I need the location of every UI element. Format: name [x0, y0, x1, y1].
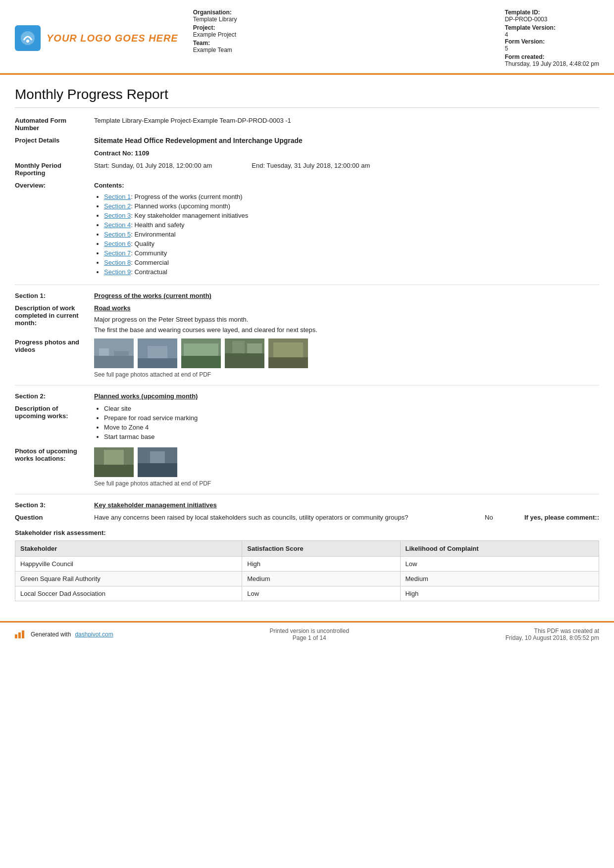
list-item: Section 9: Contractual [104, 268, 599, 276]
svg-rect-21 [104, 450, 124, 465]
svg-rect-20 [94, 465, 134, 477]
desc-work-label: Description of work completed in current… [15, 304, 94, 334]
section8-link[interactable]: Section 8 [104, 259, 131, 266]
list-item: Start tarmac base [104, 433, 599, 440]
section2-heading: Planned works (upcoming month) [94, 392, 198, 400]
list-item: Section 4: Health and safety [104, 221, 599, 229]
list-item: Section 8: Commercial [104, 259, 599, 266]
satisfaction-score: Low [242, 586, 400, 601]
form-number-label: Automated Form Number [15, 117, 94, 132]
list-item: Section 3: Key stakeholder management in… [104, 212, 599, 219]
contents-heading: Contents: [94, 182, 599, 189]
footer-brand-link[interactable]: dashpivot.com [75, 631, 113, 638]
svg-rect-17 [268, 357, 308, 368]
stakeholder-name: Local Soccer Dad Association [15, 586, 242, 601]
footer-center: Printed version is uncontrolled Page 1 o… [269, 627, 349, 641]
upcoming-value: Clear site Prepare for road service mark… [94, 405, 599, 442]
section9-link[interactable]: Section 9 [104, 268, 131, 276]
list-item: Move to Zone 4 [104, 424, 599, 431]
section6-text: : Quality [131, 240, 154, 247]
upcoming-photos-container: Photos of upcoming works locations: [15, 447, 599, 487]
photos-value: See full page photos attached at end of … [94, 338, 599, 378]
photo-thumb-5 [268, 338, 308, 368]
upcoming-row: Description of upcoming works: Clear sit… [15, 405, 599, 442]
header-meta-right: Template ID: DP-PROD-0003 Template Versi… [505, 9, 599, 67]
list-item: Section 2: Planned works (upcoming month… [104, 202, 599, 210]
photos-row [94, 338, 599, 368]
col-stakeholder: Stakeholder [15, 541, 242, 557]
upcoming-photos-caption: See full page photos attached at end of … [94, 480, 599, 487]
project-details-main: Sitemate Head Office Redevelopment and I… [94, 137, 599, 145]
likelihood-complaint: Low [400, 557, 599, 572]
photo-svg-4 [225, 338, 264, 368]
list-item: Section 7: Community [104, 249, 599, 257]
footer-brand-text: Generated with [31, 631, 71, 638]
template-id-line: Template ID: DP-PROD-0003 [505, 9, 599, 23]
question-text: Have any concerns been raised by local s… [94, 514, 485, 521]
likelihood-complaint: High [400, 586, 599, 601]
section1-link[interactable]: Section 1 [104, 193, 131, 200]
section6-link[interactable]: Section 6 [104, 240, 131, 247]
section1-row: Section 1: Progress of the works (curren… [15, 292, 599, 299]
svg-rect-14 [232, 341, 245, 353]
contract-line: Contract No: 1109 [94, 149, 599, 157]
section3-row: Section 3: Key stakeholder management in… [15, 501, 599, 509]
logo-text: YOUR LOGO GOES HERE [47, 33, 178, 44]
period-label: Monthly Period Reporting [15, 162, 94, 177]
form-number-row: Automated Form Number Template Library-E… [15, 117, 599, 132]
svg-rect-3 [94, 356, 134, 368]
upcoming-photos-value: See full page photos attached at end of … [94, 447, 599, 487]
period-start: Start: Sunday, 01 July 2018, 12:00:00 am [94, 162, 212, 177]
version-line: Template Version: 4 Form Version: 5 [505, 24, 599, 52]
footer-pdf-info: This PDF was created at [506, 627, 599, 634]
divider1 [15, 285, 599, 285]
desc-work-row: Description of work completed in current… [15, 304, 599, 334]
svg-point-0 [21, 31, 35, 45]
form-number-value: Template Library-Example Project-Example… [94, 117, 599, 132]
footer-right: This PDF was created at Friday, 10 Augus… [506, 627, 599, 641]
team-line: Team: Example Team [193, 40, 237, 53]
page-header: YOUR LOGO GOES HERE Organisation: Templa… [0, 0, 614, 75]
section1-text: : Progress of the works (current month) [131, 193, 242, 200]
section3-label: Section 3: [15, 501, 94, 509]
section5-link[interactable]: Section 5 [104, 231, 131, 238]
photos-caption: See full page photos attached at end of … [94, 371, 599, 378]
desc-work-text1: Major progress on the Peter Street bypas… [94, 316, 599, 323]
list-item: Prepare for road service marking [104, 414, 599, 422]
section5-text: : Environmental [131, 231, 175, 238]
section3-link[interactable]: Section 3 [104, 212, 131, 219]
svg-rect-13 [225, 353, 264, 368]
photo-svg-3 [181, 338, 221, 368]
project-details-label: Project Details [15, 137, 94, 157]
divider3 [15, 494, 599, 494]
contents-list: Section 1: Progress of the works (curren… [104, 193, 599, 276]
report-title: Monthly Progress Report [15, 87, 599, 108]
photo-svg-1 [94, 338, 134, 368]
period-row: Monthly Period Reporting Start: Sunday, … [15, 162, 599, 177]
svg-rect-23 [138, 463, 177, 477]
overview-label: Overview: [15, 182, 94, 278]
section2-link[interactable]: Section 2 [104, 202, 131, 210]
section7-link[interactable]: Section 7 [104, 249, 131, 257]
table-body: Happyville Council High Low Green Square… [15, 557, 599, 601]
section3-text: : Key stakeholder management initiatives [131, 212, 248, 219]
overview-row: Overview: Contents: Section 1: Progress … [15, 182, 599, 278]
logo-box [15, 25, 41, 51]
svg-rect-11 [184, 343, 218, 356]
upcoming-photo-svg-2 [138, 447, 177, 477]
svg-rect-25 [15, 634, 17, 638]
form-created-line: Form created: Thursday, 19 July 2018, 4:… [505, 53, 599, 67]
list-item: Section 5: Environmental [104, 231, 599, 238]
list-item: Section 6: Quality [104, 240, 599, 247]
svg-rect-15 [247, 343, 262, 353]
section2-label: Section 2: [15, 392, 94, 400]
section8-text: : Commercial [131, 259, 169, 266]
photos-row-container: Progress photos and videos [15, 338, 599, 378]
svg-rect-8 [148, 346, 167, 358]
section4-text: : Health and safety [131, 221, 184, 229]
svg-rect-26 [18, 632, 21, 638]
period-value: Start: Sunday, 01 July 2018, 12:00:00 am… [94, 162, 599, 177]
section4-link[interactable]: Section 4 [104, 221, 131, 229]
logo-area: YOUR LOGO GOES HERE [15, 25, 178, 51]
section1-heading-val: Progress of the works (current month) [94, 292, 599, 299]
